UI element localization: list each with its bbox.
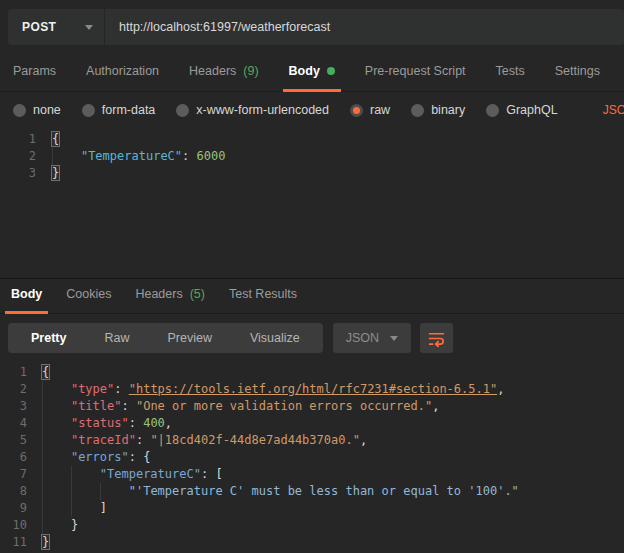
view-raw[interactable]: Raw [85, 323, 148, 353]
json-punctuation: , [432, 399, 439, 413]
json-string-link[interactable]: "https://tools.ietf.org/html/rfc7231#sec… [129, 382, 497, 396]
line-number: 7 [0, 466, 42, 483]
indent [42, 500, 100, 517]
raw-language-select[interactable]: JSON [603, 103, 624, 117]
editor-line[interactable]: 2 "type": "https://tools.ietf.org/html/r… [0, 381, 624, 398]
word-wrap-icon [427, 329, 446, 348]
json-key: "traceId" [71, 433, 136, 447]
json-brace: { [42, 365, 49, 379]
url-input[interactable]: http://localhost:61997/weatherforecast [105, 9, 624, 45]
indent [42, 415, 71, 432]
line-number: 9 [0, 500, 42, 517]
tab-pre-request-script[interactable]: Pre-request Script [362, 64, 469, 91]
response-body-editor[interactable]: 1{ 2 "type": "https://tools.ietf.org/htm… [0, 358, 624, 551]
json-string: "|18cd402f-44d8e7ad44b370a0." [150, 433, 360, 447]
radio-icon [82, 104, 95, 117]
body-mode-row: none form-data x-www-form-urlencoded raw… [0, 92, 624, 128]
line-number: 4 [0, 415, 42, 432]
mode-graphql[interactable]: GraphQL [486, 103, 557, 117]
json-punctuation: : [201, 467, 215, 481]
json-punctuation: : [182, 149, 196, 163]
view-switcher: Pretty Raw Preview Visualize [8, 323, 323, 353]
json-punctuation: : [129, 416, 143, 430]
json-key: "title" [71, 399, 122, 413]
editor-line[interactable]: 3} [0, 165, 624, 182]
view-visualize[interactable]: Visualize [231, 323, 319, 353]
tab-cookies[interactable]: Cookies [63, 287, 114, 313]
mode-binary[interactable]: binary [411, 103, 465, 117]
request-pane: POST http://localhost:61997/weatherforec… [0, 0, 624, 278]
line-number: 3 [0, 165, 52, 182]
tab-headers[interactable]: Headers(9) [186, 64, 262, 91]
method-select[interactable]: POST [8, 9, 104, 45]
editor-line[interactable]: 3 "title": "One or more validation error… [0, 398, 624, 415]
view-pretty[interactable]: Pretty [12, 323, 85, 353]
radio-icon [13, 104, 26, 117]
indent [42, 381, 71, 398]
mode-form-data[interactable]: form-data [82, 103, 156, 117]
tab-test-results[interactable]: Test Results [226, 287, 300, 313]
editor-line[interactable]: 1{ [0, 131, 624, 148]
response-language-select[interactable]: JSON [333, 323, 411, 353]
json-number: 6000 [197, 149, 226, 163]
tab-params[interactable]: Params [10, 64, 59, 91]
json-brace: { [143, 450, 150, 464]
indent [42, 517, 71, 534]
tab-tests[interactable]: Tests [493, 64, 528, 91]
mode-raw[interactable]: raw [350, 103, 390, 117]
json-key: "status" [71, 416, 129, 430]
json-key: "type" [71, 382, 114, 396]
editor-line[interactable]: 4 "status": 400, [0, 415, 624, 432]
tab-settings[interactable]: Settings [552, 64, 603, 91]
view-preview[interactable]: Preview [148, 323, 230, 353]
json-string: "'Temperature C' must be less than or eq… [129, 484, 519, 498]
request-tabs: Params Authorization Headers(9) Body Pre… [0, 53, 624, 92]
json-punctuation: : [129, 450, 143, 464]
json-punctuation: : [121, 399, 135, 413]
indent [42, 449, 71, 466]
line-number: 2 [0, 148, 52, 165]
method-label: POST [22, 20, 56, 34]
tab-authorization[interactable]: Authorization [83, 64, 162, 91]
radio-icon [411, 104, 424, 117]
editor-line[interactable]: 11} [0, 534, 624, 551]
radio-icon [486, 104, 499, 117]
json-punctuation: : [114, 382, 128, 396]
json-key: "errors" [71, 450, 129, 464]
response-pane: Body Cookies Headers(5) Test Results Pre… [0, 278, 624, 551]
editor-line[interactable]: 9 ] [0, 500, 624, 517]
line-number: 1 [0, 131, 52, 148]
line-number: 11 [0, 534, 42, 551]
tab-body[interactable]: Body [286, 64, 338, 91]
json-punctuation: , [497, 382, 504, 396]
json-key: "TemperatureC" [100, 467, 201, 481]
line-number: 5 [0, 432, 42, 449]
editor-line[interactable]: 1{ [0, 364, 624, 381]
response-headers-count-badge: (5) [190, 287, 205, 301]
json-brace: } [71, 518, 78, 532]
request-body-editor[interactable]: 1{ 2 "TemperatureC": 6000 3} [0, 128, 624, 278]
indent [42, 483, 129, 500]
json-bracket: ] [100, 501, 107, 515]
editor-line[interactable]: 10 } [0, 517, 624, 534]
indent [52, 148, 81, 165]
json-brace: } [42, 535, 49, 549]
indent [42, 466, 100, 483]
headers-count-badge: (9) [243, 64, 258, 78]
line-number: 1 [0, 364, 42, 381]
tab-response-body[interactable]: Body [8, 287, 45, 313]
mode-x-www-form-urlencoded[interactable]: x-www-form-urlencoded [176, 103, 329, 117]
json-brace: { [52, 132, 59, 146]
editor-line[interactable]: 2 "TemperatureC": 6000 [0, 148, 624, 165]
mode-none[interactable]: none [13, 103, 61, 117]
line-number: 6 [0, 449, 42, 466]
word-wrap-button[interactable] [420, 323, 453, 353]
editor-line[interactable]: 5 "traceId": "|18cd402f-44d8e7ad44b370a0… [0, 432, 624, 449]
chevron-down-icon [85, 25, 93, 30]
json-number: 400 [143, 416, 165, 430]
editor-line[interactable]: 7 "TemperatureC": [ [0, 466, 624, 483]
tab-response-headers[interactable]: Headers(5) [132, 287, 208, 313]
indent [42, 432, 71, 449]
editor-line[interactable]: 8 "'Temperature C' must be less than or … [0, 483, 624, 500]
editor-line[interactable]: 6 "errors": { [0, 449, 624, 466]
